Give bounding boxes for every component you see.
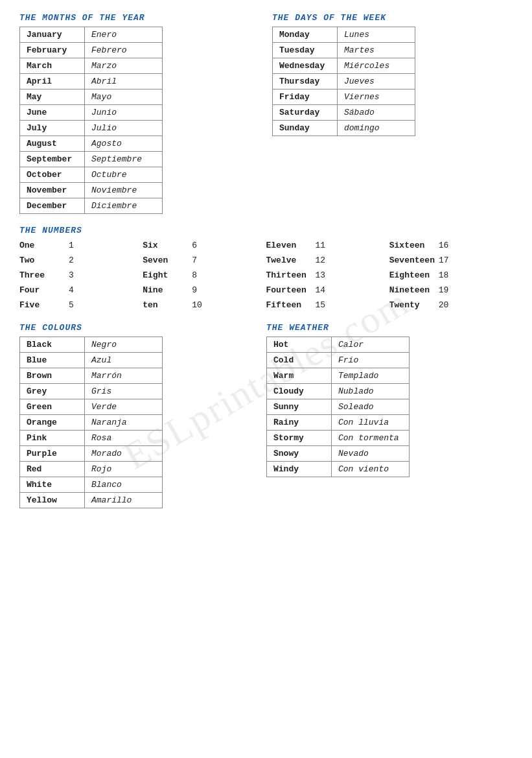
table-row: AprilAbril [20, 74, 163, 89]
weather-section: THE WEATHER HotCalorColdFríoWarmTemplado… [266, 323, 410, 477]
number-digit: 19 [439, 285, 458, 295]
colour-spanish: Negro [85, 337, 163, 353]
number-word: Nine [143, 285, 188, 295]
table-row: DecemberDiciembre [20, 198, 163, 214]
colour-spanish: Blanco [85, 477, 163, 493]
numbers-col4: Sixteen16Seventeen17Eighteen18Nineteen19… [389, 239, 513, 311]
number-row: One1 [19, 239, 143, 252]
month-spanish: Abril [85, 74, 163, 89]
colour-english: Orange [20, 415, 85, 431]
month-spanish: Enero [85, 27, 163, 43]
months-section: THE MONTHS OF THE YEAR JanuaryEneroFebru… [19, 13, 207, 214]
number-word: Five [19, 300, 65, 310]
weather-english: Cold [267, 353, 332, 368]
colour-spanish: Marrón [85, 368, 163, 384]
day-spanish: Lunes [338, 27, 415, 43]
numbers-section: THE NUMBERS One1Two2Three3Four4Five5 Six… [19, 226, 513, 311]
number-digit: 1 [69, 241, 88, 250]
number-row: Fourteen14 [266, 284, 389, 296]
number-digit: 11 [316, 241, 335, 250]
day-spanish: Miércoles [338, 58, 415, 74]
number-digit: 20 [439, 300, 458, 310]
number-row: Eleven11 [266, 239, 389, 252]
weather-english: Windy [267, 462, 332, 477]
table-row: RainyCon lluvia [267, 415, 410, 431]
number-row: Seven7 [143, 254, 266, 266]
months-table: JanuaryEneroFebruaryFebreroMarchMarzoApr… [19, 27, 163, 214]
number-digit: 16 [439, 241, 458, 250]
number-digit: 14 [316, 285, 335, 295]
table-row: WindyCon viento [267, 462, 410, 477]
table-row: MayMayo [20, 89, 163, 105]
month-spanish: Junio [85, 105, 163, 121]
colours-section: THE COLOURS BlackNegroBlueAzulBrownMarró… [19, 323, 163, 508]
month-spanish: Octubre [85, 167, 163, 183]
weather-english: Cloudy [267, 384, 332, 399]
colour-spanish: Azul [85, 353, 163, 368]
number-word: Eleven [266, 241, 312, 250]
weather-table: HotCalorColdFríoWarmTempladoCloudyNublad… [266, 337, 410, 477]
day-english: Tuesday [273, 43, 338, 58]
bottom-row: THE COLOURS BlackNegroBlueAzulBrownMarró… [19, 323, 513, 508]
number-digit: 7 [192, 255, 211, 265]
day-spanish: Sábado [338, 105, 415, 121]
colour-spanish: Rojo [85, 462, 163, 477]
number-word: Three [19, 270, 65, 280]
number-word: Fifteen [266, 300, 312, 310]
number-digit: 10 [192, 300, 211, 310]
table-row: SaturdaySábado [273, 105, 415, 121]
weather-english: Hot [267, 337, 332, 353]
colour-spanish: Morado [85, 446, 163, 462]
month-english: August [20, 136, 85, 152]
day-english: Thursday [273, 74, 338, 89]
day-spanish: Viernes [338, 89, 415, 105]
months-title: THE MONTHS OF THE YEAR [19, 13, 207, 23]
table-row: BrownMarrón [20, 368, 163, 384]
colour-english: Grey [20, 384, 85, 399]
weather-english: Rainy [267, 415, 332, 431]
colour-english: Red [20, 462, 85, 477]
table-row: PurpleMorado [20, 446, 163, 462]
number-row: Twenty20 [389, 299, 513, 311]
table-row: YellowAmarillo [20, 493, 163, 508]
month-spanish: Julio [85, 121, 163, 136]
month-spanish: Mayo [85, 89, 163, 105]
month-spanish: Febrero [85, 43, 163, 58]
top-row: THE MONTHS OF THE YEAR JanuaryEneroFebru… [19, 13, 513, 214]
days-section: THE DAYS OF THE WEEK MondayLunesTuesdayM… [272, 13, 415, 214]
table-row: StormyCon tormenta [267, 431, 410, 446]
weather-spanish: Con viento [332, 462, 410, 477]
month-english: October [20, 167, 85, 183]
number-digit: 13 [316, 270, 335, 280]
table-row: HotCalor [267, 337, 410, 353]
number-word: Fourteen [266, 285, 312, 295]
table-row: WhiteBlanco [20, 477, 163, 493]
day-spanish: Martes [338, 43, 415, 58]
number-row: Fifteen15 [266, 299, 389, 311]
colour-english: Yellow [20, 493, 85, 508]
month-english: July [20, 121, 85, 136]
number-digit: 18 [439, 270, 458, 280]
month-spanish: Diciembre [85, 198, 163, 214]
colour-english: White [20, 477, 85, 493]
colour-english: Black [20, 337, 85, 353]
colours-table: BlackNegroBlueAzulBrownMarrónGreyGrisGre… [19, 337, 163, 508]
table-row: SunnySoleado [267, 399, 410, 415]
number-word: ten [143, 300, 188, 310]
weather-spanish: Frío [332, 353, 410, 368]
month-english: March [20, 58, 85, 74]
day-english: Saturday [273, 105, 338, 121]
colour-english: Pink [20, 431, 85, 446]
number-row: Three3 [19, 269, 143, 281]
number-word: Thirteen [266, 270, 312, 280]
table-row: GreyGris [20, 384, 163, 399]
month-spanish: Agosto [85, 136, 163, 152]
number-word: One [19, 241, 65, 250]
table-row: CloudyNublado [267, 384, 410, 399]
number-word: Sixteen [389, 241, 435, 250]
table-row: JanuaryEnero [20, 27, 163, 43]
weather-spanish: Con tormenta [332, 431, 410, 446]
table-row: FridayViernes [273, 89, 415, 105]
number-row: Five5 [19, 299, 143, 311]
table-row: WarmTemplado [267, 368, 410, 384]
